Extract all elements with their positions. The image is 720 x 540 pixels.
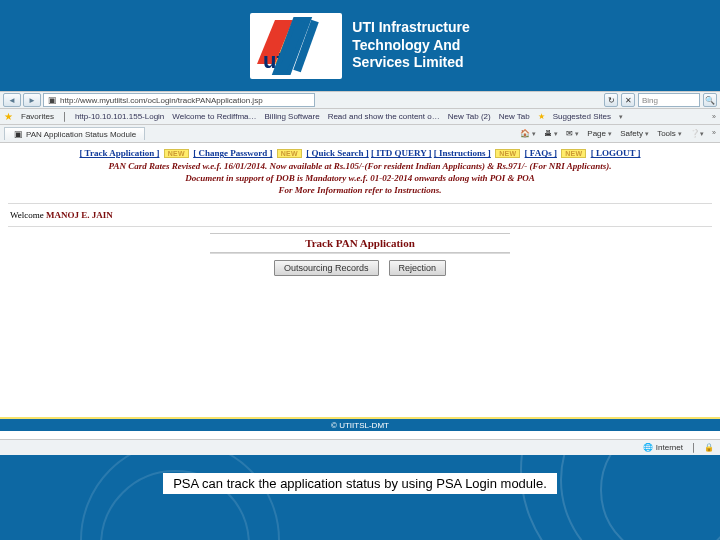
url-text: http://www.myutiitsl.com/ocLogin/trackPA… [60,96,263,105]
link-track-application[interactable]: [ Track Application ] [79,148,159,158]
status-internet: 🌐Internet [643,443,683,452]
fav-link-4[interactable]: New Tab (2) [448,112,491,121]
fav-link-0[interactable]: http-10.10.101.155-Login [75,112,164,121]
notice-line-1: PAN Card Rates Revised w.e.f. 16/01/2014… [30,160,690,172]
company-line-1: UTI Infrastructure [352,19,469,37]
tool-page-menu[interactable]: Page ▾ [587,129,612,138]
link-itd-query[interactable]: [ ITD QUERY ] [371,148,432,158]
link-faqs[interactable]: [ FAQs ] [525,148,557,158]
new-badge-2: NEW [277,149,302,158]
footer-text: © UTIITSL-DMT [331,421,389,430]
link-quick-search[interactable]: [ Quick Search ] [306,148,369,158]
track-section-title: Track PAN Application [210,233,510,253]
globe-icon: 🌐 [643,443,653,452]
new-badge-1: NEW [164,149,189,158]
link-logout[interactable]: [ LOGOUT ] [591,148,641,158]
forward-button[interactable]: ► [23,93,41,107]
active-tab[interactable]: ▣ PAN Application Status Module [4,127,145,140]
welcome-prefix: Welcome [10,210,46,220]
divider-1 [8,203,712,204]
tool-home-icon[interactable]: 🏠 ▾ [520,129,536,138]
browser-chrome: ◄ ► ▣ http://www.myutiitsl.com/ocLogin/t… [0,91,720,455]
back-button[interactable]: ◄ [3,93,21,107]
url-box[interactable]: ▣ http://www.myutiitsl.com/ocLogin/track… [43,93,315,107]
divider-3 [210,253,510,254]
slide-header: uti UTI Infrastructure Technology And Se… [0,0,720,91]
fav-link-1[interactable]: Welcome to Rediffma… [172,112,256,121]
new-badge-3: NEW [495,149,520,158]
company-name: UTI Infrastructure Technology And Servic… [352,19,469,72]
fav-link-6[interactable]: Suggested Sites [553,112,611,121]
favorites-label: Favorites [21,112,54,121]
browser-status-bar: 🌐Internet │ 🔒 [0,439,720,455]
fav-link-2[interactable]: Billing Software [265,112,320,121]
notice-line-3: For More Information refer to Instructio… [30,184,690,196]
outsourcing-records-button[interactable]: Outsourcing Records [274,260,379,276]
tab-title: PAN Application Status Module [26,130,136,139]
notice-block: PAN Card Rates Revised w.e.f. 16/01/2014… [0,160,720,200]
search-go-button[interactable]: 🔍 [703,93,717,107]
stop-button[interactable]: ✕ [621,93,635,107]
fav-overflow-chevron-icon[interactable]: » [712,113,716,120]
link-instructions[interactable]: [ Instructions ] [434,148,491,158]
fav-link-5[interactable]: New Tab [499,112,530,121]
search-box[interactable]: Bing [638,93,700,107]
suggested-sites-star-icon: ★ [538,112,545,121]
tool-feeds-icon[interactable]: 🖶 ▾ [544,129,558,138]
tab-page-icon: ▣ [13,129,23,139]
tab-row: ▣ PAN Application Status Module 🏠 ▾ 🖶 ▾ … [0,125,720,143]
protected-mode-icon: 🔒 [704,443,714,452]
notice-line-2: Document in support of DOB is Mandatory … [30,172,690,184]
top-nav-links: [ Track Application ] NEW [ Change Passw… [0,143,720,160]
link-change-password[interactable]: [ Change Password ] [193,148,272,158]
company-line-2: Technology And [352,37,469,55]
tool-help-icon[interactable]: ❔▾ [690,129,704,138]
divider-2 [8,226,712,227]
tool-overflow-chevron-icon[interactable]: » [712,129,716,138]
search-placeholder: Bing [642,96,658,105]
welcome-line: Welcome MANOJ E. JAIN [0,207,720,223]
new-badge-4: NEW [561,149,586,158]
page-footer: © UTIITSL-DMT [0,419,720,431]
fav-link-3[interactable]: Read and show the content o… [328,112,440,121]
tool-tools-menu[interactable]: Tools ▾ [657,129,682,138]
tool-mail-icon[interactable]: ✉ ▾ [566,129,579,138]
slide-caption-band: PSA can track the application status by … [0,455,720,540]
company-line-3: Services Limited [352,54,469,72]
tool-safety-menu[interactable]: Safety ▾ [620,129,649,138]
address-row: ◄ ► ▣ http://www.myutiitsl.com/ocLogin/t… [0,91,720,109]
favorites-star-icon[interactable]: ★ [4,111,13,122]
page-icon: ▣ [47,95,57,105]
page-content: [ Track Application ] NEW [ Change Passw… [0,143,720,455]
company-logo: uti [250,13,342,79]
welcome-name: MANOJ E. JAIN [46,210,113,220]
rejection-button[interactable]: Rejection [389,260,447,276]
favorites-bar: ★ Favorites │ http-10.10.101.155-Login W… [0,109,720,125]
decorative-ring [600,455,720,540]
refresh-button[interactable]: ↻ [604,93,618,107]
